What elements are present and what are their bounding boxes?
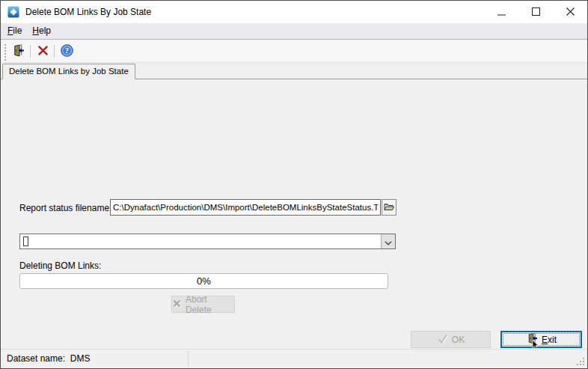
empty-box-glyph (23, 237, 28, 246)
dataset-name-value: DMS (70, 353, 91, 364)
ok-button[interactable]: OK (411, 331, 491, 348)
close-icon (566, 5, 575, 19)
toolbar-separator (30, 45, 31, 58)
app-window: Delete BOM Links By Job State File Help (0, 0, 588, 369)
menu-item-file[interactable]: File (2, 23, 27, 39)
cursor-pointer-icon (532, 340, 539, 352)
open-folder-icon (384, 201, 394, 214)
abort-x-icon (172, 299, 182, 311)
minimize-icon (497, 5, 506, 19)
deleting-bom-links-label: Deleting BOM Links: (19, 260, 101, 271)
ok-label: OK (452, 335, 465, 345)
tabstrip: Delete BOM Links by Job State (1, 63, 587, 79)
tab-delete-bom-links[interactable]: Delete BOM Links by Job State (2, 64, 135, 79)
chevron-down-icon (385, 235, 392, 248)
help-icon: ? (61, 44, 73, 60)
dataset-name-label: Dataset name: (7, 353, 65, 364)
combobox-dropdown-button[interactable] (381, 234, 395, 248)
job-state-combobox[interactable] (19, 234, 396, 249)
maximize-button[interactable] (518, 1, 553, 23)
exit-label: Exit (542, 335, 557, 345)
toolbar-separator (54, 45, 55, 58)
statusbar-separator (188, 351, 189, 367)
abort-delete-label: Abort Delete (186, 294, 234, 315)
help-toolbar-button[interactable]: ? (58, 43, 76, 61)
maximize-icon (532, 5, 540, 19)
check-icon (437, 334, 448, 346)
abort-delete-button[interactable]: Abort Delete (171, 296, 235, 313)
minimize-button[interactable] (484, 1, 518, 23)
window-title: Delete BOM Links By Job State (25, 1, 151, 23)
browse-button[interactable] (382, 199, 396, 216)
report-status-input[interactable] (110, 199, 381, 216)
close-button[interactable] (553, 1, 587, 23)
svg-text:?: ? (64, 46, 68, 55)
titlebar: Delete BOM Links By Job State (1, 1, 587, 23)
report-status-label: Report status filename: (19, 203, 111, 213)
progress-text: 0% (197, 275, 211, 287)
blue-diamond-app-icon (7, 6, 19, 18)
exit-button[interactable]: Exit (500, 331, 582, 348)
toolbar: ? (1, 40, 587, 63)
exit-door-icon (11, 44, 25, 60)
exit-toolbar-button[interactable] (9, 43, 27, 61)
resize-grip[interactable] (583, 364, 584, 365)
progress-bar: 0% (19, 273, 388, 289)
delete-toolbar-button[interactable] (34, 43, 52, 61)
main-panel: Report status filename: Deleting BOM Lin… (1, 79, 587, 349)
toolbar-grip[interactable] (4, 44, 6, 46)
menubar: File Help (1, 23, 587, 40)
statusbar: Dataset name: DMS (1, 349, 587, 368)
menu-item-help[interactable]: Help (27, 23, 56, 39)
delete-x-icon (37, 44, 49, 60)
